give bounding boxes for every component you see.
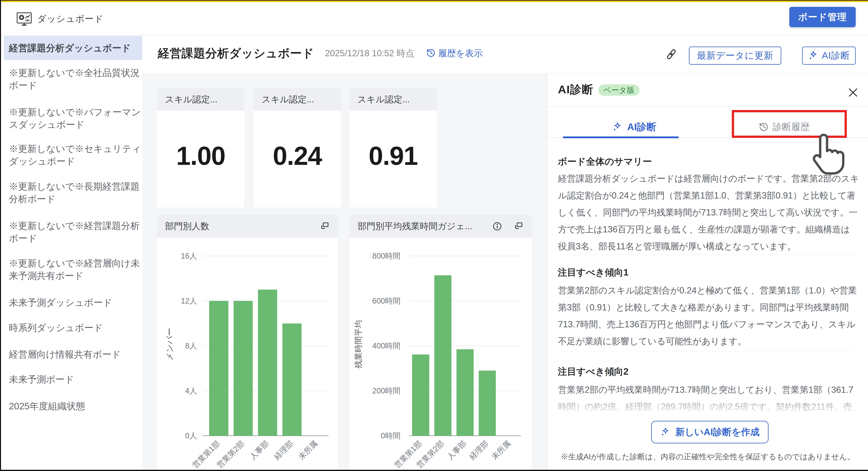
svg-text:メンバー: メンバー (165, 328, 174, 361)
svg-text:人事部: 人事部 (248, 439, 270, 461)
svg-text:残業時間平均: 残業時間平均 (354, 320, 363, 368)
svg-text:0時間: 0時間 (381, 432, 400, 440)
svg-text:16人: 16人 (181, 252, 197, 260)
svg-text:800時間: 800時間 (372, 252, 400, 260)
svg-text:200時間: 200時間 (372, 386, 400, 395)
svg-text:経理部: 経理部 (272, 439, 295, 461)
svg-text:600時間: 600時間 (372, 297, 400, 305)
svg-text:8人: 8人 (185, 342, 197, 350)
svg-text:4人: 4人 (185, 386, 197, 395)
svg-text:未所属: 未所属 (297, 439, 319, 461)
svg-text:12人: 12人 (181, 297, 197, 305)
svg-text:未所属: 未所属 (490, 439, 512, 461)
svg-text:人事部: 人事部 (445, 439, 468, 461)
svg-text:400時間: 400時間 (372, 342, 400, 350)
svg-text:経理部: 経理部 (468, 439, 490, 461)
svg-text:0人: 0人 (185, 432, 197, 440)
